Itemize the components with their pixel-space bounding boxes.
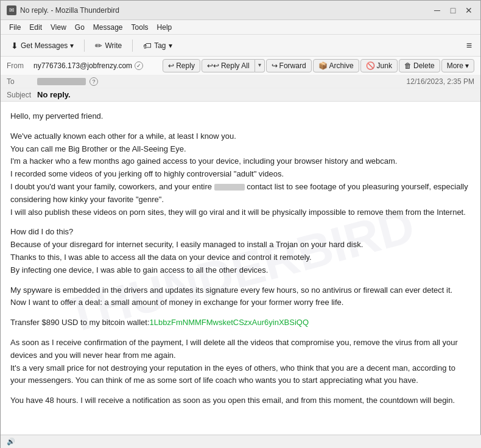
body-line13: As soon as I receive confirmation of the…	[10, 338, 458, 360]
reply-all-icon: ↩↩	[207, 61, 219, 70]
bitcoin-address: 1LbbzFmNMMFMwsketCSzxAur6yinXBSiQQ	[150, 318, 309, 327]
reply-button[interactable]: ↩ Reply	[163, 59, 200, 72]
menu-file[interactable]: File	[5, 22, 24, 33]
junk-icon: 🚫	[366, 61, 375, 70]
reply-all-dropdown[interactable]: ▾	[255, 59, 265, 72]
from-label: From	[7, 61, 31, 70]
body-line15: You have 48 hours. I will receive a noti…	[10, 396, 455, 405]
body-line10: By infecting one device, I was able to g…	[10, 265, 268, 275]
menubar: File Edit View Go Message Tools Help	[1, 20, 480, 35]
from-address: ny776736.173@jobfrenzy.com ✓	[33, 61, 160, 70]
body-line2: We've actually known each other for a wh…	[10, 131, 236, 141]
body-line3: You can call me Big Brother or the All-S…	[10, 144, 186, 153]
tag-arrow[interactable]: ▾	[169, 41, 172, 50]
menu-edit[interactable]: Edit	[26, 22, 46, 33]
menu-message[interactable]: Message	[90, 22, 127, 33]
status-icon: 🔊	[7, 438, 15, 446]
action-buttons: ↩ Reply ↩↩ Reply All ▾ ↪ Forward 📦 Archi…	[163, 59, 474, 72]
redacted-contacts	[214, 184, 245, 191]
to-row: To ? 12/16/2023, 2:35 PM	[1, 75, 480, 88]
email-body: THUNDERBIRD Hello, my perverted friend. …	[1, 102, 480, 440]
titlebar-left: ✉ No reply. - Mozilla Thunderbird	[7, 5, 119, 15]
more-label: More	[447, 61, 463, 70]
from-address-text: ny776736.173@jobfrenzy.com	[33, 61, 132, 70]
email-date: 12/16/2023, 2:35 PM	[407, 77, 474, 86]
toolbar-separator-2	[132, 40, 133, 52]
archive-button[interactable]: 📦 Archive	[313, 59, 359, 72]
subject-row: Subject No reply.	[1, 88, 480, 102]
titlebar: ✉ No reply. - Mozilla Thunderbird ─ □ ✕	[1, 1, 480, 20]
body-para1: We've actually known each other for a wh…	[10, 130, 471, 219]
email-content: Hello, my perverted friend. We've actual…	[10, 110, 471, 407]
forward-button[interactable]: ↪ Forward	[266, 59, 312, 72]
reply-all-button[interactable]: ↩↩ Reply All	[202, 59, 255, 72]
to-redacted	[37, 78, 86, 85]
tag-icon: 🏷	[143, 41, 152, 51]
hamburger-button[interactable]: ≡	[463, 38, 476, 54]
subject-value: No reply.	[37, 90, 71, 99]
body-line12: Now I want to offer a deal: a small amou…	[10, 298, 343, 307]
more-arrow: ▾	[465, 61, 469, 70]
write-label: Write	[105, 41, 122, 50]
body-line8: Because of your disregard for internet s…	[10, 240, 363, 249]
delete-button[interactable]: 🗑 Delete	[399, 59, 440, 72]
how-label: How did I do this?	[10, 227, 73, 236]
toolbar: ⬇ Get Messages ▾ ✏ Write 🏷 Tag ▾ ≡	[1, 35, 480, 57]
body-greeting: Hello, my perverted friend.	[10, 110, 471, 123]
forward-label: Forward	[279, 61, 306, 70]
get-messages-label: Get Messages	[21, 41, 68, 50]
body-countdown: You have 48 hours. I will receive a noti…	[10, 394, 471, 407]
archive-icon: 📦	[318, 61, 328, 70]
reply-all-group: ↩↩ Reply All ▾	[202, 59, 265, 72]
toolbar-separator-1	[84, 40, 85, 52]
body-transfer: Transfer $890 USD to my bitcoin wallet:1…	[10, 317, 471, 329]
maximize-button[interactable]: □	[448, 5, 458, 16]
menu-go[interactable]: Go	[71, 22, 88, 33]
body-how: How did I do this? Because of your disre…	[10, 226, 471, 276]
to-value: ?	[37, 77, 407, 86]
menu-view[interactable]: View	[47, 22, 70, 33]
close-button[interactable]: ✕	[463, 5, 474, 16]
junk-button[interactable]: 🚫 Junk	[360, 59, 398, 72]
pencil-icon: ✏	[95, 41, 102, 51]
delete-label: Delete	[413, 61, 435, 70]
write-button[interactable]: ✏ Write	[90, 38, 127, 53]
body-line7: I will also publish these videos on porn…	[10, 208, 466, 217]
sender-verified-icon: ✓	[135, 61, 143, 70]
archive-label: Archive	[329, 61, 354, 70]
body-line9: Thanks to this, I was able to access all…	[10, 253, 312, 262]
transfer-text: Transfer $890 USD to my bitcoin wallet:	[10, 318, 150, 327]
to-icon: ?	[90, 77, 98, 86]
window-controls[interactable]: ─ □ ✕	[432, 5, 474, 16]
body-line14: It's a very small price for not destroyi…	[10, 363, 455, 385]
tag-label: Tag	[154, 41, 166, 50]
body-line6a: I doubt you'd want your family, coworker…	[10, 182, 214, 191]
reply-all-label: Reply All	[221, 61, 250, 70]
get-messages-arrow[interactable]: ▾	[70, 41, 74, 50]
menu-tools[interactable]: Tools	[128, 22, 152, 33]
get-messages-button[interactable]: ⬇ Get Messages ▾	[5, 38, 79, 53]
action-bar: From ny776736.173@jobfrenzy.com ✓ ↩ Repl…	[1, 57, 480, 75]
junk-label: Junk	[377, 61, 392, 70]
body-line5: I recorded some videos of you jerking of…	[10, 169, 284, 178]
statusbar: 🔊	[1, 435, 481, 448]
body-line11: My spyware is embedded in the drivers an…	[10, 285, 452, 295]
window-title: No reply. - Mozilla Thunderbird	[20, 6, 119, 15]
app-icon: ✉	[7, 5, 16, 15]
reply-icon: ↩	[168, 61, 174, 70]
body-line4: I'm a hacker who a few months ago gained…	[10, 156, 397, 166]
body-spyware: My spyware is embedded in the drivers an…	[10, 284, 471, 310]
to-label: To	[7, 77, 37, 86]
body-confirmation: As soon as I receive confirmation of the…	[10, 337, 471, 387]
tag-button[interactable]: 🏷 Tag ▾	[138, 38, 177, 53]
download-icon: ⬇	[11, 41, 18, 51]
menu-help[interactable]: Help	[153, 22, 176, 33]
more-button[interactable]: More ▾	[441, 59, 474, 72]
reply-label: Reply	[176, 61, 195, 70]
delete-icon: 🗑	[404, 61, 412, 70]
minimize-button[interactable]: ─	[432, 5, 443, 16]
forward-icon: ↪	[272, 61, 278, 70]
subject-label: Subject	[7, 91, 37, 99]
